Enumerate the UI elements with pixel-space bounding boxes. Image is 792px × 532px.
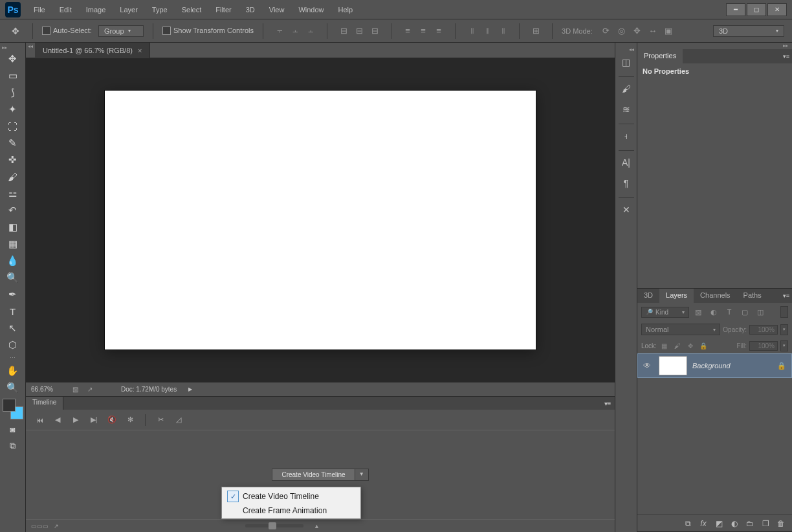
menu-3d[interactable]: 3D bbox=[239, 3, 261, 16]
align-hcenter-icon[interactable]: ⊟ bbox=[352, 24, 366, 38]
dock-tool-presets-icon[interactable]: ✕ bbox=[618, 201, 635, 219]
distribute-bottom-icon[interactable]: ≡ bbox=[432, 24, 446, 38]
close-tab-icon[interactable]: × bbox=[138, 47, 142, 54]
lock-all-icon[interactable]: 🔒 bbox=[698, 340, 709, 351]
menu-edit[interactable]: Edit bbox=[53, 3, 78, 16]
path-selection-tool-icon[interactable]: ↖ bbox=[4, 320, 22, 337]
menu-filter[interactable]: Filter bbox=[209, 3, 237, 16]
status-more-icon[interactable]: ▶ bbox=[188, 386, 192, 392]
3d-zoom-icon[interactable]: ▣ bbox=[661, 24, 676, 38]
menu-select[interactable]: Select bbox=[175, 3, 208, 16]
color-swatches[interactable] bbox=[3, 399, 23, 419]
filter-smart-icon[interactable]: ◫ bbox=[754, 306, 767, 318]
distribute-right-icon[interactable]: ⦀ bbox=[496, 24, 510, 38]
timeline-footer-render-icon[interactable]: ↗ bbox=[54, 523, 59, 529]
3d-pan-icon[interactable]: ✥ bbox=[630, 24, 644, 38]
dock-clone-source-icon[interactable]: ⫞ bbox=[618, 127, 635, 145]
zoom-level[interactable]: 66.67% bbox=[31, 386, 63, 393]
tools-collapse-icon[interactable]: ▸▸ bbox=[0, 44, 9, 50]
foreground-color-swatch[interactable] bbox=[3, 399, 16, 412]
dodge-tool-icon[interactable]: 🔍 bbox=[4, 269, 22, 286]
audio-mute-icon[interactable]: 🔇 bbox=[106, 414, 118, 426]
delete-layer-icon[interactable]: 🗑 bbox=[775, 518, 787, 529]
brush-tool-icon[interactable]: 🖌 bbox=[4, 168, 22, 185]
create-timeline-dropdown-toggle[interactable]: ▼ bbox=[355, 469, 369, 481]
add-mask-icon[interactable]: ◩ bbox=[713, 518, 725, 529]
close-button[interactable]: ✕ bbox=[767, 3, 787, 16]
tab-properties[interactable]: Properties bbox=[637, 49, 683, 63]
quick-mask-icon[interactable]: ◙ bbox=[5, 422, 21, 436]
gradient-tool-icon[interactable]: ▦ bbox=[4, 236, 22, 252]
doc-collapse-icon[interactable]: ◂◂ bbox=[26, 43, 35, 49]
menu-file[interactable]: File bbox=[27, 3, 52, 16]
show-transform-checkbox[interactable]: Show Transform Controls bbox=[162, 27, 254, 36]
document-tab[interactable]: Untitled-1 @ 66.7% (RGB/8) × bbox=[35, 43, 150, 58]
menu-image[interactable]: Image bbox=[80, 3, 113, 16]
dock-histogram-icon[interactable]: ◫ bbox=[618, 53, 635, 71]
auto-align-icon[interactable]: ⊞ bbox=[529, 24, 543, 38]
distribute-vcenter-icon[interactable]: ≡ bbox=[416, 24, 430, 38]
maximize-button[interactable]: ◻ bbox=[747, 3, 766, 16]
type-tool-icon[interactable]: T bbox=[4, 303, 22, 320]
timeline-tab[interactable]: Timeline bbox=[26, 397, 63, 410]
crop-tool-icon[interactable]: ⛶ bbox=[4, 118, 22, 135]
healing-brush-tool-icon[interactable]: ✜ bbox=[4, 151, 22, 168]
shape-tool-icon[interactable]: ⬡ bbox=[4, 337, 22, 353]
next-frame-icon[interactable]: ▶| bbox=[88, 414, 100, 426]
pen-tool-icon[interactable]: ✒ bbox=[4, 286, 22, 303]
dock-brushes-icon[interactable]: 🖌 bbox=[618, 80, 635, 98]
new-adjustment-icon[interactable]: ◐ bbox=[729, 518, 740, 529]
marquee-tool-icon[interactable]: ▭ bbox=[4, 67, 22, 84]
filter-shape-icon[interactable]: ▢ bbox=[738, 306, 751, 318]
blur-tool-icon[interactable]: 💧 bbox=[4, 252, 22, 269]
timeline-footer-loop-icon[interactable]: ▭▭▭ bbox=[31, 523, 49, 529]
create-timeline-button[interactable]: Create Video Timeline ▼ bbox=[272, 469, 368, 481]
3d-select[interactable]: 3D▾ bbox=[713, 25, 784, 37]
tab-3d[interactable]: 3D bbox=[637, 289, 659, 303]
magic-wand-tool-icon[interactable]: ✦ bbox=[4, 101, 22, 118]
align-vcenter-icon[interactable]: ⫠ bbox=[288, 24, 302, 38]
filter-adjustment-icon[interactable]: ◐ bbox=[707, 306, 720, 318]
properties-menu-icon[interactable]: ▾≡ bbox=[780, 49, 792, 63]
opacity-value[interactable]: 100% bbox=[749, 325, 778, 335]
lock-transparent-icon[interactable]: ▦ bbox=[659, 340, 670, 351]
lock-position-icon[interactable]: ✥ bbox=[685, 340, 696, 351]
opacity-dropdown-icon[interactable]: ▾ bbox=[780, 324, 788, 335]
canvas-viewport[interactable] bbox=[26, 58, 615, 382]
filter-pixel-icon[interactable]: ▧ bbox=[692, 306, 705, 318]
menu-help[interactable]: Help bbox=[332, 3, 360, 16]
move-tool-icon[interactable]: ✥ bbox=[4, 50, 22, 67]
first-frame-icon[interactable]: ⏮ bbox=[34, 414, 45, 426]
layer-thumbnail[interactable] bbox=[659, 356, 687, 375]
tab-channels[interactable]: Channels bbox=[694, 289, 736, 303]
fill-dropdown-icon[interactable]: ▾ bbox=[780, 340, 788, 351]
filter-toggle[interactable] bbox=[780, 306, 788, 318]
3d-roll-icon[interactable]: ◎ bbox=[615, 24, 629, 38]
hand-tool-icon[interactable]: ✋ bbox=[4, 362, 22, 379]
dock-character-icon[interactable]: A| bbox=[618, 153, 635, 172]
3d-slide-icon[interactable]: ↔ bbox=[646, 24, 660, 38]
link-layers-icon[interactable]: ⧉ bbox=[682, 518, 694, 529]
dock-paragraph-icon[interactable]: ¶ bbox=[618, 174, 635, 192]
history-brush-tool-icon[interactable]: ↶ bbox=[4, 202, 22, 219]
align-top-icon[interactable]: ⫟ bbox=[272, 24, 287, 38]
layer-row[interactable]: 👁 Background 🔒 bbox=[637, 353, 792, 378]
split-clip-icon[interactable]: ✂ bbox=[155, 414, 166, 426]
distribute-hcenter-icon[interactable]: ⦀ bbox=[480, 24, 494, 38]
align-bottom-icon[interactable]: ⫠ bbox=[303, 24, 318, 38]
new-group-icon[interactable]: 🗀 bbox=[744, 518, 756, 529]
tab-paths[interactable]: Paths bbox=[737, 289, 768, 303]
dropdown-item-frame-animation[interactable]: Create Frame Animation bbox=[223, 504, 359, 517]
panels-collapse-icon[interactable]: ▸▸ bbox=[637, 43, 792, 49]
distribute-top-icon[interactable]: ≡ bbox=[401, 24, 415, 38]
minimize-button[interactable]: ━ bbox=[726, 3, 745, 16]
menu-window[interactable]: Window bbox=[292, 3, 330, 16]
timeline-menu-icon[interactable]: ▾≡ bbox=[600, 397, 615, 410]
layers-menu-icon[interactable]: ▾≡ bbox=[780, 289, 792, 303]
dropdown-item-video-timeline[interactable]: ✓ Create Video Timeline bbox=[223, 489, 359, 504]
zoom-tool-icon[interactable]: 🔍 bbox=[4, 379, 22, 396]
auto-select-type[interactable]: Group▾ bbox=[98, 25, 144, 37]
clone-stamp-tool-icon[interactable]: ⚍ bbox=[4, 185, 22, 202]
transition-icon[interactable]: ◿ bbox=[173, 414, 184, 426]
fill-value[interactable]: 100% bbox=[749, 341, 778, 351]
